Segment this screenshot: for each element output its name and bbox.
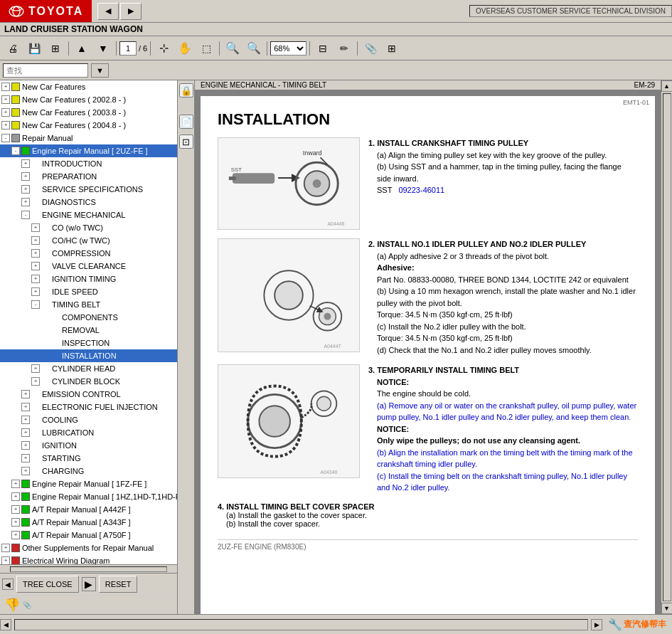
tree-item-tb-removal[interactable]: REMOVAL xyxy=(0,324,177,337)
nav-back-button[interactable]: ◀ xyxy=(97,3,119,20)
snapshot-button[interactable]: ⬚ xyxy=(196,39,216,58)
expand-btn-timing-belt[interactable]: - xyxy=(31,300,40,309)
tree-item-at-a442f[interactable]: +A/T Repair Manual [ A442F ] xyxy=(0,503,177,516)
expand-btn-ignition[interactable]: + xyxy=(21,441,30,450)
tree-item-ignition-timing[interactable]: +IGNITION TIMING xyxy=(0,273,177,285)
nav-forward-button[interactable]: ▶ xyxy=(120,3,142,20)
save-button[interactable]: 💾 xyxy=(24,39,44,58)
tree-item-ignition[interactable]: +IGNITION xyxy=(0,439,177,452)
tree-item-service-specs[interactable]: +SERVICE SPECIFICATIONS xyxy=(0,183,177,196)
sidebar-nav-button[interactable]: ▶ xyxy=(82,577,96,591)
tree-item-lubrication[interactable]: +LUBRICATION xyxy=(0,426,177,439)
tree-item-cylinder-block[interactable]: +CYLINDER BLOCK xyxy=(0,375,177,388)
expand-btn-service-specs[interactable]: + xyxy=(21,185,30,194)
page-number-input[interactable]: 1 xyxy=(119,41,137,56)
expand-btn-introduction[interactable]: + xyxy=(21,159,30,168)
tree-item-at-a343f[interactable]: +A/T Repair Manual [ A343F ] xyxy=(0,516,177,529)
expand-btn-repair-manual[interactable]: - xyxy=(1,134,10,142)
tree-item-preparation[interactable]: +PREPARATION xyxy=(0,170,177,183)
tree-item-repair-manual[interactable]: -Repair Manual xyxy=(0,132,177,144)
expand-btn-other-supplements[interactable]: + xyxy=(1,544,10,552)
tree-item-ncf-2004[interactable]: +New Car Features ( 2004.8 - ) xyxy=(0,119,177,132)
expand-btn-cooling[interactable]: + xyxy=(21,416,30,424)
expand-btn-cylinder-head[interactable]: + xyxy=(31,364,40,373)
expand-btn-electrical-wiring[interactable]: + xyxy=(1,556,10,564)
tree-item-new-car-features[interactable]: +New Car Features xyxy=(0,80,177,93)
expand-btn-at-a343f[interactable]: + xyxy=(11,518,20,527)
pdf-area[interactable]: EMT1-01 INSTALLATION xyxy=(195,90,661,614)
tree-item-idle-speed[interactable]: +IDLE SPEED xyxy=(0,285,177,298)
expand-btn-diagnostics[interactable]: + xyxy=(21,198,30,206)
expand-btn-co-wo-twc[interactable]: + xyxy=(31,223,40,232)
expand-btn-starting[interactable]: + xyxy=(21,454,30,463)
tree-item-tb-installation[interactable]: INSTALLATION xyxy=(0,349,177,362)
expand-btn-at-a442f[interactable]: + xyxy=(11,505,20,514)
tree-item-valve-clearance[interactable]: +VALVE CLEARANCE xyxy=(0,260,177,273)
expand-btn-engine-repair-2uz[interactable]: - xyxy=(11,147,20,155)
zoom-select[interactable]: 50% 68% 75% 100% 125% 150% xyxy=(270,41,306,56)
expand-btn-ignition-timing[interactable]: + xyxy=(31,275,40,283)
tree-item-tb-components[interactable]: COMPONENTS xyxy=(0,311,177,324)
pen-button[interactable]: ✏ xyxy=(334,39,354,58)
hscroll-right-button[interactable]: ▶ xyxy=(591,619,602,630)
expand-button[interactable]: ⊞ xyxy=(382,39,402,58)
hscroll-thumb[interactable] xyxy=(10,566,167,572)
tree-item-compression[interactable]: +COMPRESSION xyxy=(0,247,177,260)
scroll-down-button[interactable]: ▼ xyxy=(661,603,673,614)
print-button[interactable]: 🖨 xyxy=(3,39,23,58)
tree-item-efi[interactable]: +ELECTRONIC FUEL INJECTION xyxy=(0,401,177,413)
tree-item-charging[interactable]: +CHARGING xyxy=(0,465,177,477)
expand-btn-co-w-twc[interactable]: + xyxy=(31,236,40,245)
tree-item-cylinder-head[interactable]: +CYLINDER HEAD xyxy=(0,362,177,375)
expand-btn-ncf-2002[interactable]: + xyxy=(1,95,10,104)
tree-item-introduction[interactable]: +INTRODUCTION xyxy=(0,157,177,170)
scroll-up-button[interactable]: ▲ xyxy=(661,80,673,92)
expand-btn-compression[interactable]: + xyxy=(31,249,40,258)
attach-button[interactable]: 📎 xyxy=(361,39,380,58)
reset-button[interactable]: RESET xyxy=(99,576,138,593)
expand-btn-at-a750f[interactable]: + xyxy=(11,531,20,539)
expand-btn-ncf-2004[interactable]: + xyxy=(1,121,10,130)
tree-item-ncf-2003[interactable]: +New Car Features ( 2003.8 - ) xyxy=(0,106,177,119)
view-options-button[interactable]: ⊟ xyxy=(313,39,333,58)
lock-button[interactable]: 🔒 xyxy=(179,83,193,97)
expand-btn-valve-clearance[interactable]: + xyxy=(31,262,40,270)
tree-item-engine-repair-2uz[interactable]: -Engine Repair Manual [ 2UZ-FE ] xyxy=(0,144,177,157)
scroll-thumb[interactable] xyxy=(663,93,671,601)
expand-btn-charging[interactable]: + xyxy=(21,467,30,475)
tree-item-engine-mechanical[interactable]: -ENGINE MECHANICAL xyxy=(0,208,177,221)
tree-close-button[interactable]: TREE CLOSE xyxy=(16,576,79,593)
zoom-out-button[interactable]: 🔍 xyxy=(223,39,242,58)
vertical-scrollbar[interactable]: ▲ ▼ xyxy=(661,80,672,614)
layout-button[interactable]: ⊞ xyxy=(46,39,65,58)
zoom-in-button[interactable]: 🔍 xyxy=(244,39,264,58)
tree-item-co-w-twc[interactable]: +CO/HC (w TWC) xyxy=(0,234,177,247)
expand-btn-engine-mechanical[interactable]: - xyxy=(21,211,30,219)
select-tool-button[interactable]: ⊹ xyxy=(154,39,174,58)
sidebar-scroll-left-button[interactable]: ◀ xyxy=(2,578,14,590)
tree-item-timing-belt[interactable]: -TIMING BELT xyxy=(0,298,177,311)
tree-item-electrical-wiring[interactable]: +Electrical Wiring Diagram xyxy=(0,554,177,564)
tree-item-diagnostics[interactable]: +DIAGNOSTICS xyxy=(0,196,177,208)
tree-item-emission-control[interactable]: +EMISSION CONTROL xyxy=(0,388,177,401)
expand-btn-lubrication[interactable]: + xyxy=(21,428,30,437)
hand-tool-button[interactable]: ✋ xyxy=(175,39,195,58)
tree-item-at-a750f[interactable]: +A/T Repair Manual [ A750F ] xyxy=(0,529,177,541)
search-dropdown-button[interactable]: ▼ xyxy=(91,63,109,78)
tree-item-ncf-2002[interactable]: +New Car Features ( 2002.8 - ) xyxy=(0,93,177,106)
prev-page-button[interactable]: ▲ xyxy=(72,39,92,58)
tree-item-other-supplements[interactable]: +Other Supplements for Repair Manual xyxy=(0,541,177,554)
expand-btn-cylinder-block[interactable]: + xyxy=(31,377,40,386)
expand-btn-ncf-2003[interactable]: + xyxy=(1,108,10,117)
tree-item-engine-repair-1hx[interactable]: +Engine Repair Manual [ 1HZ,1HD-T,1HD-F xyxy=(0,490,177,503)
sidebar-hscroll[interactable] xyxy=(0,564,177,573)
tree-item-starting[interactable]: +STARTING xyxy=(0,452,177,465)
expand-btn-new-car-features[interactable]: + xyxy=(1,83,10,91)
tree-item-engine-repair-1fz[interactable]: +Engine Repair Manual [ 1FZ-FE ] xyxy=(0,477,177,490)
expand-btn-emission-control[interactable]: + xyxy=(21,390,30,398)
expand-btn-engine-repair-1fz[interactable]: + xyxy=(11,480,20,488)
horizontal-scrollbar[interactable] xyxy=(14,619,588,630)
next-page-button[interactable]: ▼ xyxy=(93,39,113,58)
tree-item-tb-inspection[interactable]: INSPECTION xyxy=(0,337,177,349)
expand-btn-idle-speed[interactable]: + xyxy=(31,287,40,296)
